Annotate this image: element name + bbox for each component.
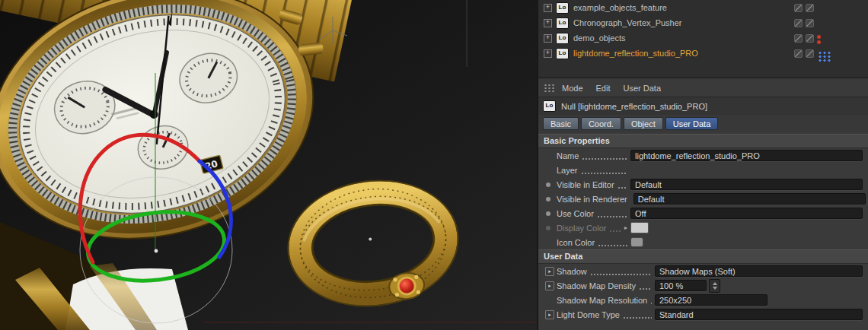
menu-item-mode[interactable]: Mode [562,84,583,93]
keyframe-icon[interactable]: ▸ [545,281,554,290]
row-icon-slot [544,226,557,230]
render-visibility-toggle[interactable] [806,49,814,58]
menu-item-user-data[interactable]: User Data [624,84,662,93]
submenu-arrow-icon: ▸ [624,224,627,231]
animation-dot-icon[interactable] [546,197,550,201]
row-icon-slot: ▸ [544,267,557,276]
visibility-dots-red[interactable] [817,34,821,44]
property-row-display-color: Display Color▸ [538,221,868,235]
icon-color-checkbox[interactable] [630,237,643,247]
dotted-leader [582,158,627,160]
visible-in-renderer-dropdown[interactable]: Default [633,193,866,205]
object-row-example-objects-feature[interactable]: +Loexample_objects_feature [538,0,868,15]
tab-basic[interactable]: Basic [543,117,579,130]
keyframe-icon[interactable]: ▸ [545,310,554,319]
expand-icon[interactable]: + [544,34,552,43]
property-label: Display Color [557,224,606,233]
property-label: Visible in Editor [557,180,614,189]
expand-icon[interactable]: + [544,19,552,27]
tab-object[interactable]: Object [624,117,663,130]
keyframe-icon[interactable]: ▸ [545,267,554,276]
dotted-leader [598,245,627,246]
shadow-map-density-input[interactable]: 100 % [655,280,707,291]
stepper-arrows[interactable] [709,279,720,293]
attribute-properties: Basic PropertiesNamelightdome_reflection… [538,132,868,330]
dotted-leader [597,216,627,217]
attribute-manager-header: Lo Null [lightdome_reflection_studio_PRO… [538,97,868,115]
editor-visibility-toggle[interactable] [794,19,803,27]
shadow-map-resolution-input[interactable]: 250x250 [655,294,767,306]
menu-items: ModeEditUser Data [562,81,674,94]
object-row-demo-objects[interactable]: +Lodemo_objects [538,30,868,46]
object-row-toggles [794,49,831,62]
right-panel: +Loexample_objects_feature+LoChronograph… [538,0,868,330]
row-icon-slot: ▸ [544,281,557,290]
property-label: Name [557,151,579,160]
menu-item-edit[interactable]: Edit [596,84,611,93]
object-name[interactable]: lightdome_reflection_studio_PRO [573,49,698,58]
property-row-layer: Layer [538,163,868,177]
tab-user-data[interactable]: User Data [665,117,719,130]
dotted-leader [639,288,652,290]
field-column [630,237,863,247]
use-color-dropdown[interactable]: Off [630,208,863,219]
null-object-icon: Lo [556,17,569,29]
object-name[interactable]: demo_objects [573,33,626,43]
object-row-lightdome-reflection-studio-pro[interactable]: +Lolightdome_reflection_studio_PRO [538,46,868,61]
row-icon-slot [544,197,557,201]
property-row-use-color: Use ColorOff [538,206,868,221]
dotted-leader [581,173,627,174]
render-visibility-toggle[interactable] [806,19,814,27]
viewport-canvas: 20 [0,0,537,330]
dotted-leader [623,317,652,319]
editor-visibility-toggle[interactable] [794,34,803,43]
panel-grip-icon[interactable] [544,84,555,92]
property-label: Shadow [557,267,587,276]
dotted-leader [609,230,621,232]
section-header-user-data[interactable]: User Data [538,249,868,264]
tab-coord[interactable]: Coord. [581,117,621,130]
animation-dot-icon[interactable] [546,182,550,187]
field-column: lightdome_reflection_studio_PRO [630,150,863,161]
object-row-chronograph-vertex-pusher[interactable]: +LoChronograph_Vertex_Pusher [538,15,868,30]
property-row-visible-in-editor: Visible in EditorDefault [538,177,868,192]
dotted-leader [650,303,652,304]
null-object-icon: Lo [556,48,569,59]
property-label: Layer [557,166,578,175]
animation-dot-icon[interactable] [546,211,550,216]
dotted-leader [590,274,652,275]
up-arrow-icon[interactable] [713,282,717,285]
editor-visibility-toggle[interactable] [794,4,803,12]
field-column: Standard [655,309,863,320]
null-object-icon: Lo [543,100,556,112]
object-name[interactable]: example_objects_feature [573,3,667,12]
color-swatch[interactable] [630,222,649,233]
row-icon-slot [544,182,557,187]
expand-icon[interactable]: + [544,4,552,12]
light-dome-type-dropdown[interactable]: Standard [655,309,863,320]
red-dot-icon [817,40,821,44]
render-visibility-toggle[interactable] [806,4,814,12]
animation-dot-icon [546,226,550,230]
viewport-3d[interactable]: 20 [0,0,537,330]
field-column: Shadow Maps (Soft) [655,265,863,277]
property-label: Shadow Map Density [557,281,636,290]
section-header-basic-properties[interactable]: Basic Properties [538,134,868,148]
editor-visibility-toggle[interactable] [794,49,803,58]
visible-in-editor-dropdown[interactable]: Default [630,179,863,190]
render-visibility-toggle[interactable] [806,34,814,43]
row-icon-slot [544,211,557,216]
property-row-name: Namelightdome_reflection_studio_PRO [538,148,868,163]
object-row-toggles [794,4,814,12]
row-icon-slot: ▸ [544,310,557,319]
property-row-icon-color: Icon Color [538,235,868,249]
expand-icon[interactable]: + [544,49,552,58]
property-label: Light Dome Type [557,310,620,319]
object-name[interactable]: Chronograph_Vertex_Pusher [573,18,681,27]
field-column: 250x250 [655,294,863,306]
property-row-shadow-map-resolution: Shadow Map Resolution250x250 [538,293,868,307]
down-arrow-icon[interactable] [713,287,717,290]
name-input[interactable]: lightdome_reflection_studio_PRO [630,150,863,161]
selection-dots-icon [817,50,831,62]
shadow-dropdown[interactable]: Shadow Maps (Soft) [655,265,863,277]
